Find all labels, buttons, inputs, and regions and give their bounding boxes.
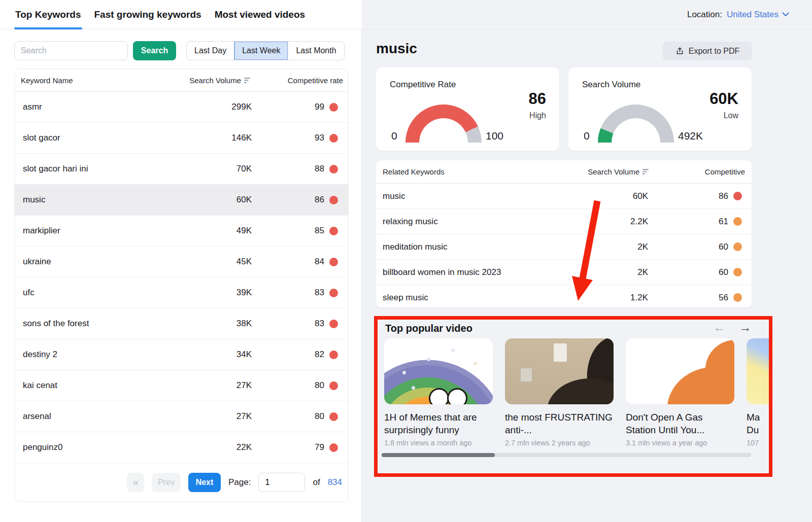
table-row[interactable]: penguinz022K79 bbox=[15, 432, 348, 463]
filter-last-day[interactable]: Last Day bbox=[187, 42, 234, 60]
page-number-input[interactable] bbox=[258, 473, 305, 492]
video-card[interactable]: 1H of Memes that are surprisingly funny … bbox=[384, 338, 493, 447]
header-search-volume[interactable]: Search Volume bbox=[171, 76, 252, 85]
keyword-volume: 49K bbox=[171, 226, 252, 236]
header-related-volume-label: Search Volume bbox=[588, 167, 639, 176]
table-row[interactable]: kai cenat27K80 bbox=[15, 370, 348, 401]
table-row[interactable]: slot gacor hari ini70K88 bbox=[15, 154, 348, 185]
keyword-name: asmr bbox=[15, 102, 171, 112]
rate-dot bbox=[733, 217, 742, 226]
table-row[interactable]: ufc39K83 bbox=[15, 277, 348, 308]
keyword-name: kai cenat bbox=[15, 380, 171, 391]
location-control: Location: United States bbox=[687, 0, 789, 29]
carousel-nav: ← → bbox=[713, 320, 752, 335]
keyword-volume: 38K bbox=[171, 319, 252, 329]
filter-last-month[interactable]: Last Month bbox=[288, 42, 344, 60]
table-row[interactable]: arsenal27K80 bbox=[15, 401, 348, 432]
table-row[interactable]: destiny 234K82 bbox=[15, 339, 348, 370]
cartoon-eye bbox=[447, 388, 467, 404]
table-row[interactable]: ukraine45K84 bbox=[15, 247, 348, 277]
search-input[interactable] bbox=[14, 41, 128, 60]
related-volume: 2K bbox=[564, 242, 650, 252]
sort-desc-icon bbox=[642, 168, 650, 175]
gauge-value: 86 bbox=[529, 90, 546, 108]
table-header-row: Keyword Name Search Volume Competitive r… bbox=[15, 69, 348, 92]
export-icon bbox=[675, 47, 684, 55]
table-row[interactable]: asmr299K99 bbox=[15, 92, 348, 123]
related-name: meditation music bbox=[376, 242, 564, 252]
rate-dot bbox=[329, 134, 338, 143]
tab-top-keywords[interactable]: Top Keywords bbox=[15, 0, 81, 29]
page-label: Page: bbox=[228, 477, 251, 488]
top-popular-video-section: Top popular video ← → 1H of Memes that a… bbox=[378, 320, 769, 473]
pagination-first-button[interactable]: « bbox=[127, 473, 144, 492]
keyword-volume: 22K bbox=[171, 442, 252, 453]
related-row[interactable]: music60K86 bbox=[376, 184, 752, 209]
keyword-rate: 83 bbox=[315, 319, 324, 329]
related-header-row: Related Keywords Search Volume Competiti… bbox=[376, 160, 752, 184]
location-label: Location: bbox=[687, 10, 722, 20]
pagination-next-button[interactable]: Next bbox=[188, 473, 221, 492]
keyword-volume: 60K bbox=[171, 195, 252, 205]
keyword-name: slot gacor bbox=[15, 133, 171, 143]
carousel-scrollbar[interactable] bbox=[382, 453, 751, 457]
tab-fast-growing-keywords[interactable]: Fast growing keywords bbox=[94, 0, 201, 29]
rate-dot bbox=[329, 227, 338, 235]
video-thumbnail bbox=[505, 338, 614, 404]
video-thumbnail bbox=[384, 338, 493, 404]
related-row[interactable]: billboard women in music 20232K60 bbox=[376, 260, 752, 285]
video-card[interactable]: the most FRUSTRATING anti-... 2.7 mln vi… bbox=[505, 338, 614, 447]
filter-last-week[interactable]: Last Week bbox=[234, 42, 288, 60]
related-volume: 2.2K bbox=[564, 217, 650, 227]
header-competitive-rate: Competitive rate bbox=[252, 76, 348, 85]
keyword-volume: 39K bbox=[171, 288, 252, 298]
keyword-name: ufc bbox=[15, 288, 171, 298]
total-pages-link[interactable]: 834 bbox=[328, 477, 342, 488]
carousel-prev-arrow-icon[interactable]: ← bbox=[713, 320, 726, 335]
rate-dot bbox=[329, 443, 338, 452]
gauge-max-label: 100 bbox=[486, 130, 503, 142]
double-chevron-left-icon: « bbox=[132, 476, 138, 488]
video-meta: 107 bbox=[747, 439, 769, 447]
keyword-rate: 85 bbox=[315, 226, 324, 236]
table-row[interactable]: slot gacor146K93 bbox=[15, 123, 348, 154]
keyword-volume: 70K bbox=[171, 164, 252, 174]
carousel-scrollbar-thumb[interactable] bbox=[382, 453, 495, 457]
video-card[interactable]: Don't Open A Gas Station Until You... 3.… bbox=[626, 338, 734, 447]
keyword-volume: 45K bbox=[171, 257, 252, 267]
rate-dot bbox=[329, 258, 338, 266]
video-card[interactable]: Ma Du 107 bbox=[747, 338, 769, 447]
video-meta: 1.8 mln views a month ago bbox=[384, 439, 493, 447]
rate-dot bbox=[329, 103, 338, 112]
location-dropdown[interactable]: United States bbox=[727, 10, 789, 20]
keyword-name: penguinz0 bbox=[15, 442, 171, 453]
related-name: music bbox=[376, 191, 564, 201]
search-button[interactable]: Search bbox=[133, 41, 176, 60]
keyword-rate: 86 bbox=[315, 195, 324, 205]
related-row[interactable]: meditation music2K60 bbox=[376, 234, 752, 260]
related-rate: 56 bbox=[719, 293, 728, 303]
keyword-rate: 83 bbox=[315, 288, 324, 298]
keyword-rate: 80 bbox=[315, 380, 324, 391]
keyword-volume: 299K bbox=[171, 102, 252, 112]
video-title: 1H of Memes that are surprisingly funny bbox=[384, 411, 493, 436]
related-rate: 61 bbox=[719, 217, 728, 227]
header-search-volume-label: Search Volume bbox=[189, 76, 241, 85]
related-row[interactable]: relaxing music2.2K61 bbox=[376, 209, 752, 234]
keyword-rate: 82 bbox=[315, 350, 324, 360]
keyword-volume: 27K bbox=[171, 380, 252, 391]
gauge-title: Search Volume bbox=[582, 80, 640, 90]
pagination-prev-button[interactable]: Prev bbox=[152, 473, 181, 492]
header-related-volume[interactable]: Search Volume bbox=[564, 167, 650, 176]
export-label: Export to PDF bbox=[689, 47, 739, 56]
search-volume-gauge bbox=[598, 105, 674, 143]
table-row-selected[interactable]: music60K86 bbox=[15, 185, 348, 216]
related-name: sleep music bbox=[376, 293, 564, 303]
table-row[interactable]: markiplier49K85 bbox=[15, 216, 348, 247]
tab-most-viewed-videos[interactable]: Most viewed videos bbox=[215, 0, 305, 29]
export-to-pdf-button[interactable]: Export to PDF bbox=[663, 42, 752, 60]
table-row[interactable]: sons of the forest38K83 bbox=[15, 308, 348, 339]
related-row[interactable]: sleep music1.2K56 bbox=[376, 285, 752, 310]
carousel-next-arrow-icon[interactable]: → bbox=[739, 320, 752, 335]
related-rate: 86 bbox=[719, 191, 728, 201]
